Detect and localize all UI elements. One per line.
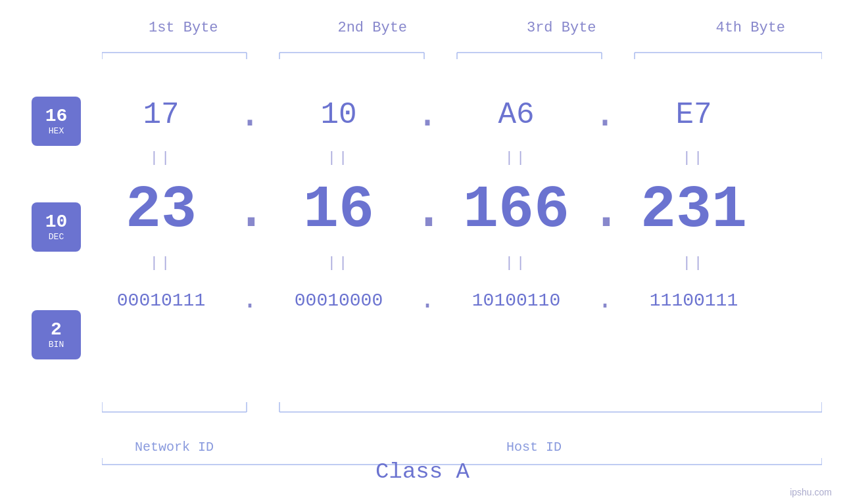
dec-badge-number: 10	[45, 212, 68, 233]
hex-b4: E7	[621, 98, 766, 132]
class-a-label: Class A	[0, 459, 845, 484]
dot-bin-1: .	[233, 290, 266, 311]
dot-hex-1: .	[233, 99, 266, 131]
dot-dec-1: .	[233, 187, 266, 234]
eq2-b4: ||	[621, 255, 766, 271]
eq1-b1: ||	[89, 150, 233, 166]
dot-bin-3: .	[589, 290, 621, 311]
byte-header-4: 4th Byte	[678, 20, 823, 36]
equals-row-1: || || || ||	[89, 145, 822, 171]
dec-row: 23 . 16 . 166 . 231	[89, 171, 822, 250]
bin-badge: 2 BIN	[32, 310, 81, 359]
hex-badge-label: HEX	[49, 126, 64, 136]
host-id-label: Host ID	[506, 440, 562, 455]
dot-dec-2: .	[411, 187, 444, 234]
bin-row: 00010111 . 00010000 . 10100110 . 1110011…	[89, 276, 822, 325]
hex-badge-number: 16	[45, 106, 68, 127]
eq2-b2: ||	[266, 255, 411, 271]
dec-b4: 231	[621, 177, 766, 244]
bin-badge-number: 2	[51, 320, 62, 340]
hex-badge: 16 HEX	[32, 97, 81, 146]
main-container: 16 HEX 10 DEC 2 BIN 1st Byte 2nd Byte 3r…	[0, 0, 845, 504]
rows-area: 17 . 10 . A6 . E7 || || || || 23 . 16 . …	[89, 66, 822, 325]
bin-badge-label: BIN	[49, 340, 64, 350]
byte-headers: 1st Byte 2nd Byte 3rd Byte 4th Byte	[105, 20, 829, 36]
eq1-b2: ||	[266, 150, 411, 166]
dot-dec-3: .	[589, 187, 621, 234]
eq2-b3: ||	[444, 255, 589, 271]
dec-badge: 10 DEC	[32, 202, 81, 252]
dot-hex-2: .	[411, 99, 444, 131]
bin-b2: 00010000	[266, 290, 411, 311]
bottom-brackets-svg	[102, 399, 822, 425]
dec-b1: 23	[89, 177, 233, 244]
dec-badge-label: DEC	[49, 232, 64, 242]
byte-header-1: 1st Byte	[111, 20, 256, 36]
eq1-b3: ||	[444, 150, 589, 166]
eq2-b1: ||	[89, 255, 233, 271]
byte-header-3: 3rd Byte	[489, 20, 634, 36]
bin-b3: 10100110	[444, 290, 589, 311]
dot-hex-3: .	[589, 99, 621, 131]
dot-bin-2: .	[411, 290, 444, 311]
dec-b3: 166	[444, 177, 589, 244]
eq1-b4: ||	[621, 150, 766, 166]
hex-b3: A6	[444, 98, 589, 132]
dec-b2: 16	[266, 177, 411, 244]
bin-b4: 11100111	[621, 290, 766, 311]
hex-b1: 17	[89, 98, 233, 132]
hex-b2: 10	[266, 98, 411, 132]
watermark: ipshu.com	[790, 487, 832, 497]
bin-b1: 00010111	[89, 290, 233, 311]
network-id-label: Network ID	[135, 440, 214, 455]
equals-row-2: || || || ||	[89, 250, 822, 276]
byte-header-2: 2nd Byte	[300, 20, 445, 36]
hex-row: 17 . 10 . A6 . E7	[89, 85, 822, 145]
